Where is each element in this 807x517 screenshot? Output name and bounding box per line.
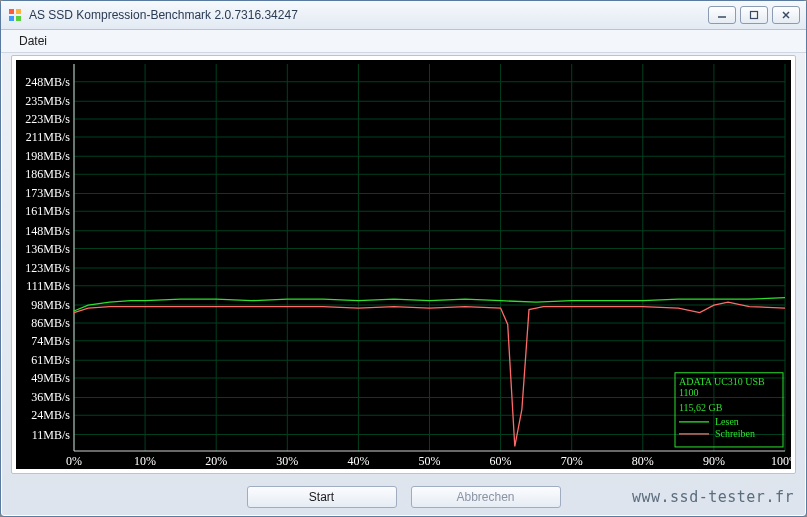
window-title: AS SSD Kompression-Benchmark 2.0.7316.34… — [29, 8, 708, 22]
menubar: Datei — [1, 30, 806, 53]
abort-button[interactable]: Abbrechen — [411, 486, 561, 508]
window-controls — [708, 6, 800, 24]
svg-text:30%: 30% — [276, 454, 298, 468]
svg-rect-5 — [751, 12, 758, 19]
maximize-button[interactable] — [740, 6, 768, 24]
menu-file[interactable]: Datei — [11, 32, 55, 50]
compression-chart: 11MB/s24MB/s36MB/s49MB/s61MB/s74MB/s86MB… — [16, 60, 791, 469]
svg-text:11MB/s: 11MB/s — [32, 428, 71, 442]
svg-rect-2 — [9, 16, 14, 21]
svg-text:49MB/s: 49MB/s — [31, 371, 70, 385]
svg-text:115,62 GB: 115,62 GB — [679, 402, 723, 413]
watermark: www.ssd-tester.fr — [632, 488, 794, 506]
svg-text:Schreiben: Schreiben — [715, 428, 755, 439]
svg-text:24MB/s: 24MB/s — [31, 408, 70, 422]
svg-text:161MB/s: 161MB/s — [25, 204, 70, 218]
chart-area: 11MB/s24MB/s36MB/s49MB/s61MB/s74MB/s86MB… — [16, 60, 791, 469]
svg-text:123MB/s: 123MB/s — [25, 261, 70, 275]
svg-text:1100: 1100 — [679, 387, 699, 398]
svg-text:74MB/s: 74MB/s — [31, 334, 70, 348]
titlebar: AS SSD Kompression-Benchmark 2.0.7316.34… — [1, 1, 806, 30]
svg-text:211MB/s: 211MB/s — [26, 130, 71, 144]
svg-text:100%: 100% — [771, 454, 791, 468]
svg-text:80%: 80% — [632, 454, 654, 468]
svg-text:111MB/s: 111MB/s — [26, 279, 70, 293]
svg-text:90%: 90% — [703, 454, 725, 468]
minimize-button[interactable] — [708, 6, 736, 24]
svg-text:148MB/s: 148MB/s — [25, 224, 70, 238]
svg-text:60%: 60% — [490, 454, 512, 468]
svg-text:98MB/s: 98MB/s — [31, 298, 70, 312]
svg-text:136MB/s: 136MB/s — [25, 242, 70, 256]
svg-text:235MB/s: 235MB/s — [25, 94, 70, 108]
app-icon — [7, 7, 23, 23]
svg-text:70%: 70% — [561, 454, 583, 468]
svg-rect-1 — [16, 9, 21, 14]
svg-text:36MB/s: 36MB/s — [31, 390, 70, 404]
start-button[interactable]: Start — [247, 486, 397, 508]
chart-frame: 11MB/s24MB/s36MB/s49MB/s61MB/s74MB/s86MB… — [11, 55, 796, 474]
svg-text:0%: 0% — [66, 454, 82, 468]
svg-rect-3 — [16, 16, 21, 21]
svg-text:40%: 40% — [347, 454, 369, 468]
svg-text:20%: 20% — [205, 454, 227, 468]
svg-text:Lesen: Lesen — [715, 416, 739, 427]
svg-text:173MB/s: 173MB/s — [25, 186, 70, 200]
svg-text:248MB/s: 248MB/s — [25, 75, 70, 89]
svg-text:186MB/s: 186MB/s — [25, 167, 70, 181]
svg-text:50%: 50% — [419, 454, 441, 468]
svg-rect-0 — [9, 9, 14, 14]
svg-text:ADATA UC310 USB: ADATA UC310 USB — [679, 376, 765, 387]
close-button[interactable] — [772, 6, 800, 24]
svg-text:198MB/s: 198MB/s — [25, 149, 70, 163]
svg-text:223MB/s: 223MB/s — [25, 112, 70, 126]
svg-text:61MB/s: 61MB/s — [31, 353, 70, 367]
svg-text:10%: 10% — [134, 454, 156, 468]
svg-text:86MB/s: 86MB/s — [31, 316, 70, 330]
app-window: AS SSD Kompression-Benchmark 2.0.7316.34… — [0, 0, 807, 517]
